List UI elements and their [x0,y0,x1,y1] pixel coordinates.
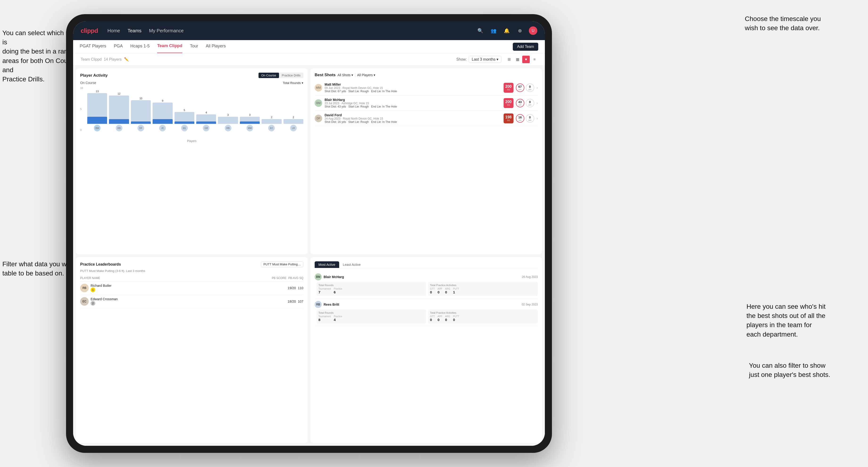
tablet-screen: clippd Home Teams My Performance 🔍 👥 🔔 ⊕… [73,21,545,446]
show-dropdown[interactable]: Last 3 months ▾ [469,56,501,63]
practice-leaderboards-card: Practice Leaderboards PUTT Must Make Put… [76,257,308,443]
search-icon[interactable]: 🔍 [476,26,485,35]
tab-pgat[interactable]: PGAT Players [80,40,106,53]
shot-badge-2: 200 SG [503,98,514,108]
most-active-tab[interactable]: Most Active [315,261,339,268]
active-avatar-2: RB [315,301,322,308]
chart-controls: On Course Total Rounds ▾ [80,81,303,85]
tab-pga[interactable]: PGA [114,40,123,53]
shot-entry-3[interactable]: DF David Ford 24 Aug 2023 · Royal North … [315,111,538,126]
bell-icon[interactable]: 🔔 [502,26,511,35]
chart-area: On Course Total Rounds ▾ 0 5 10 [80,81,303,147]
shots-filter-row: Best Shots All Shots ▾ All Players ▾ [315,73,538,77]
filter-view-button[interactable]: ≡ [531,56,538,63]
shot-entry-2[interactable]: BM Blair McHarg 23 Jul 2023 · Ashridge G… [315,96,538,111]
best-shots-card: Best Shots All Shots ▾ All Players ▾ MM … [310,68,542,254]
chart-section-label: On Course [80,81,96,85]
y-axis: 0 5 10 [80,87,87,138]
chevron-right-icon-2: › [536,101,538,105]
top-nav: clippd Home Teams My Performance 🔍 👥 🔔 ⊕… [73,21,545,40]
sub-nav: PGAT Players PGA Hcaps 1-5 Team Clippd T… [73,40,545,53]
shot-stats-2: 43 yds 0 yds [516,99,534,107]
lb-player-1: RB Richard Butler 1 [80,284,286,292]
tab-tour[interactable]: Tour [190,40,198,53]
annotation-timescale: Choose the timescale you wish to see the… [745,14,821,33]
tab-all-players[interactable]: All Players [206,40,226,53]
leaderboard-header: PLAYER NAME PB SCORE PB AVG SQ [80,275,303,281]
active-entry-2: RB Rees Britt 02 Sep 2023 Total Rounds T… [315,299,538,326]
practice-subtitle: PUTT Must Make Putting (3-6 ft). Last 3 … [80,269,303,273]
nav-performance[interactable]: My Performance [149,28,184,33]
player-activity-card: Player Activity On Course Practice Drill… [76,68,308,254]
activity-card-header: Player Activity On Course Practice Drill… [80,73,303,78]
bar-7: 3 RB [218,87,238,131]
bar-9: 2 EC [261,87,281,131]
shot-stats-1: 67 yds 0 yds [516,84,534,92]
all-shots-filter[interactable]: All Shots ▾ [338,73,353,77]
active-stats-2: Total Rounds Tournament 8 Practice 4 [315,309,538,323]
practice-drills-toggle[interactable]: Practice Drills [279,73,303,78]
tab-hcaps[interactable]: Hcaps 1-5 [130,40,150,53]
bar-8: 3 MM [240,87,260,131]
add-circle-icon[interactable]: ⊕ [516,26,524,35]
chevron-right-icon: › [536,86,538,90]
people-icon[interactable]: 👥 [489,26,498,35]
most-active-card: Most Active Least Active BM Blair McHarg… [310,257,542,443]
lb-avatar-2: EC [80,297,89,306]
active-tabs: Most Active Least Active [315,261,538,268]
annotation-filter-player: You can also filter to show just one pla… [749,361,830,379]
bar-5: 5 EE [175,87,194,131]
bar-1: 13 BM [87,87,107,131]
practice-title: Practice Leaderboards [80,262,121,267]
bar-6: 4 GB [196,87,216,131]
least-active-tab[interactable]: Least Active [339,261,365,268]
bar-chart: 13 BM 12 [87,87,303,138]
active-entry-1: BM Blair McHarg 26 Aug 2023 Total Rounds… [315,271,538,299]
active-top-2: RB Rees Britt 02 Sep 2023 [315,301,538,308]
shot-entry-1[interactable]: MM Matt Miller 09 Jun 2023 · Royal North… [315,80,538,96]
grid-view-button[interactable]: ⊞ [505,56,513,63]
leaderboard-row-1[interactable]: RB Richard Butler 1 19/20 110 [80,281,303,295]
main-content: Player Activity On Course Practice Drill… [73,66,545,446]
shot-stats-3: 16 yds 0 yds [516,114,534,123]
bar-2: 12 RB [109,87,129,131]
bar-10: 2 LR [283,87,303,131]
view-icons: ⊞ ▦ ♥ ≡ [505,56,538,63]
shot-avatar-1: MM [315,84,322,92]
active-top-1: BM Blair McHarg 26 Aug 2023 [315,273,538,280]
tablet-frame: clippd Home Teams My Performance 🔍 👥 🔔 ⊕… [66,14,552,453]
active-avatar-1: BM [315,273,322,280]
tab-team-clippd[interactable]: Team Clippd [157,40,182,53]
bar-4: 9 JC [153,87,173,131]
active-stats-1: Total Rounds Tournament 7 Practice 6 [315,282,538,296]
chart-dropdown[interactable]: Total Rounds ▾ [283,81,303,85]
chevron-right-icon-3: › [536,116,538,121]
list-view-button[interactable]: ♥ [522,56,530,63]
edit-icon[interactable]: ✏️ [124,57,129,62]
leaderboard-row-2[interactable]: EC Edward Crossman 2 18/20 107 [80,295,303,308]
team-header: Team Clippd 14 Players ✏️ Show: Last 3 m… [73,53,545,66]
lb-player-2: EC Edward Crossman 2 [80,297,286,306]
best-shots-title: Best Shots [315,73,336,77]
shot-badge-1: 200 SG [503,83,514,93]
avatar[interactable]: U [529,26,537,35]
annotation-best-shots: Here you can see who's hit the best shot… [747,302,826,339]
team-name: Team Clippd 14 Players [80,57,122,62]
practice-dropdown[interactable]: PUTT Must Make Putting ... ▾ [261,261,303,267]
logo: clippd [81,27,98,34]
card-view-button[interactable]: ▦ [514,56,521,63]
practice-header: Practice Leaderboards PUTT Must Make Put… [80,261,303,267]
nav-home[interactable]: Home [107,28,120,33]
shot-avatar-3: DF [315,115,322,122]
all-players-filter[interactable]: All Players ▾ [357,73,375,77]
add-team-button[interactable]: Add Team [513,43,538,51]
x-axis-label: Players [80,139,303,143]
activity-toggle: On Course Practice Drills [258,73,303,78]
on-course-toggle[interactable]: On Course [258,73,279,78]
shot-badge-3: 198 SG [503,114,514,123]
shot-avatar-2: BM [315,99,322,107]
show-label: Show: [456,57,467,62]
nav-teams[interactable]: Teams [128,28,142,33]
shot-info-2: Blair McHarg 23 Jul 2023 · Ashridge GC, … [324,98,501,108]
shot-info-3: David Ford 24 Aug 2023 · Royal North Dev… [324,113,501,124]
